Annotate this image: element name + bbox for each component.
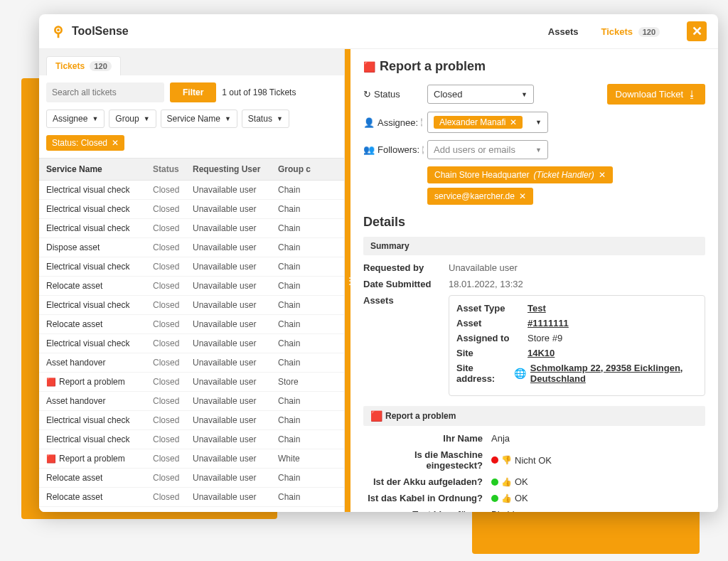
table-row[interactable]: Electrical visual checkClosedUnavailable… [39, 296, 344, 315]
cell-group: Chain [278, 396, 337, 406]
site-label: Site [456, 348, 528, 358]
table-row[interactable]: Relocate assetClosedUnavailable userChai… [39, 315, 344, 334]
people-icon: 👥 [363, 144, 375, 155]
nav-tickets[interactable]: Tickets 120 [596, 23, 664, 40]
follower-chip[interactable]: Chain Store Headquarter (Ticket Handler)… [427, 166, 613, 183]
cell-service: Relocate asset [46, 473, 153, 483]
cell-status: Closed [153, 223, 193, 233]
table-row[interactable]: Electrical visual checkClosedUnavailable… [39, 334, 344, 353]
site-address-link[interactable]: Schmolkamp 22, 29358 Eicklingen, Deutsch… [530, 363, 697, 384]
status-row: ↻ Status Closed ▼ Download Ticket ⭳ [363, 84, 705, 105]
filter-dropdown[interactable]: Status▼ [242, 109, 289, 128]
qa-question: Text hinzufügen [363, 509, 491, 512]
table-row[interactable]: Asset handoverClosedUnavailable userChai… [39, 392, 344, 411]
caret-down-icon: ▼ [144, 115, 150, 122]
details-heading: Details [363, 215, 705, 230]
table-row[interactable]: Relocate assetClosedUnavailable userChai… [39, 469, 344, 488]
remove-follower-icon[interactable]: ✕ [599, 170, 606, 180]
assignee-select[interactable]: Alexander Manafi ✕ ▼ [427, 112, 548, 133]
cell-status: Closed [153, 300, 193, 310]
col-status[interactable]: Status [153, 164, 193, 174]
qa-answer: 👎 Nicht OK [491, 449, 552, 471]
col-user[interactable]: Requesting User [193, 164, 278, 174]
report-problem-bar: 🟥 Report a problem [363, 406, 705, 426]
site-link[interactable]: 14K10 [528, 348, 555, 358]
cell-service: 🟥Report a problem [46, 377, 153, 387]
status-value: Closed [434, 89, 462, 100]
qa-row: Ist das Kabel in Ordnung?👍 OK [363, 493, 705, 503]
assignee-chip[interactable]: Alexander Manafi ✕ [434, 116, 523, 129]
table-row[interactable]: Electrical visual checkClosedUnavailable… [39, 411, 344, 430]
assets-row: Assets Asset TypeTest Asset#1111111 Assi… [363, 295, 705, 396]
cell-user: Unavailable user [193, 358, 278, 368]
filter-button[interactable]: Filter [170, 82, 216, 102]
cell-service: Electrical visual check [46, 223, 153, 233]
table-row[interactable]: Check: Ladder checkClosedUnavailable use… [39, 507, 344, 512]
nav-tickets-badge: 120 [638, 27, 660, 37]
remove-filter-icon[interactable]: ✕ [112, 138, 119, 148]
status-select[interactable]: Closed ▼ [427, 85, 534, 104]
filter-dropdown[interactable]: Service Name▼ [161, 109, 237, 128]
info-icon[interactable]: i [422, 146, 424, 154]
cell-user: Unavailable user [193, 473, 278, 483]
followers-input[interactable]: Add users or emails ▼ [427, 140, 548, 159]
table-row[interactable]: 🟥Report a problemClosedUnavailable userS… [39, 373, 344, 392]
table-row[interactable]: Electrical visual checkClosedUnavailable… [39, 257, 344, 277]
cell-user: Unavailable user [193, 223, 278, 233]
table-row[interactable]: 🟥Report a problemClosedUnavailable userW… [39, 449, 344, 469]
table-row[interactable]: Electrical visual checkClosedUnavailable… [39, 430, 344, 449]
table-header: Service Name Status Requesting User Grou… [39, 158, 344, 181]
detail-pane: 🟥 Report a problem ↻ Status Closed ▼ Dow… [350, 49, 718, 512]
qa-question: Ist das Kabel in Ordnung? [363, 493, 491, 503]
qa-question: Ist der Akku aufgeladen? [363, 476, 491, 487]
filter-chip-status[interactable]: Status: Closed ✕ [46, 135, 124, 151]
status-dot-green [491, 495, 498, 502]
cell-group: Chain [278, 338, 337, 348]
table-row[interactable]: Relocate assetClosedUnavailable userChai… [39, 488, 344, 507]
filter-dropdown[interactable]: Assignee▼ [46, 109, 105, 128]
assignee-row: 👤 Assignee: i Alexander Manafi ✕ ▼ [363, 112, 705, 133]
close-panel-button[interactable]: ✕ [687, 21, 707, 41]
cell-service: Asset handover [46, 396, 153, 406]
assigned-to-label: Assigned to [456, 333, 528, 343]
brand-name: ToolSense [72, 25, 129, 38]
filter-chip-label: Status: Closed [52, 138, 107, 148]
asset-link[interactable]: #1111111 [528, 318, 569, 328]
cell-service: Relocate asset [46, 319, 153, 329]
resize-handle[interactable] [345, 49, 350, 512]
search-input[interactable] [46, 82, 164, 102]
filter-dropdown[interactable]: Group▼ [109, 109, 156, 128]
cell-group: Store [278, 377, 337, 387]
nav-tickets-label: Tickets [601, 26, 633, 37]
table-row[interactable]: Relocate assetClosedUnavailable userChai… [39, 277, 344, 296]
tab-tickets[interactable]: Tickets 120 [46, 56, 121, 75]
cell-group: Chain [278, 281, 337, 291]
follower-chip[interactable]: service@kaercher.de ✕ [427, 188, 533, 205]
assignee-name: Alexander Manafi [439, 117, 505, 127]
table-row[interactable]: Electrical visual checkClosedUnavailable… [39, 181, 344, 200]
caret-down-icon: ▼ [92, 115, 98, 122]
cell-user: Unavailable user [193, 415, 278, 425]
table-row[interactable]: Asset handoverClosedUnavailable userChai… [39, 353, 344, 373]
brand[interactable]: ToolSense [50, 23, 129, 39]
caret-down-icon: ▼ [535, 119, 542, 126]
nav-assets[interactable]: Assets [544, 23, 583, 40]
table-row[interactable]: Dispose assetClosedUnavailable userChain [39, 238, 344, 257]
site-address-label: Site address: [456, 363, 514, 384]
col-service[interactable]: Service Name [46, 164, 153, 174]
table-body[interactable]: Electrical visual checkClosedUnavailable… [39, 181, 344, 512]
asset-type-link[interactable]: Test [528, 303, 546, 314]
remove-follower-icon[interactable]: ✕ [519, 191, 526, 201]
info-icon[interactable]: i [421, 118, 422, 127]
thumbs-down-icon: 👎 [501, 455, 512, 465]
table-row[interactable]: Electrical visual checkClosedUnavailable… [39, 200, 344, 219]
assignee-label: 👤 Assignee: i [363, 117, 420, 128]
col-group[interactable]: Group c [278, 164, 337, 174]
download-ticket-button[interactable]: Download Ticket ⭳ [607, 84, 705, 105]
status-dot-red [491, 456, 498, 464]
cell-status: Closed [153, 434, 193, 444]
remove-assignee-icon[interactable]: ✕ [510, 117, 517, 127]
cell-user: Unavailable user [193, 242, 278, 252]
svg-point-1 [57, 28, 60, 31]
table-row[interactable]: Electrical visual checkClosedUnavailable… [39, 219, 344, 238]
